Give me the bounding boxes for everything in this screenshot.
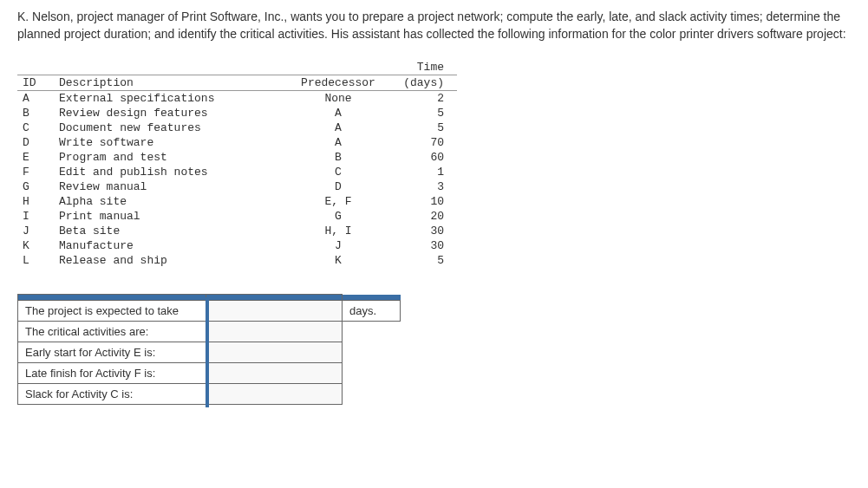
cell-time: 30 [387, 238, 457, 253]
cell-id: F [17, 165, 54, 179]
answer-table: The project is expected to take days. Th… [17, 294, 401, 405]
cell-desc: Release and ship [54, 253, 290, 268]
cell-time: 70 [387, 135, 457, 150]
id-header: ID [17, 75, 54, 91]
table-row: L Release and ship K 5 [17, 253, 457, 268]
answer-label: The critical activities are: [18, 322, 206, 342]
answer-label: Early start for Activity E is: [18, 342, 206, 363]
answer-label: Slack for Activity C is: [18, 384, 206, 405]
answer-input[interactable] [206, 301, 343, 322]
cell-id: J [17, 224, 54, 238]
cell-id: I [17, 209, 54, 224]
cell-time: 5 [387, 106, 457, 120]
table-row: A External specifications None 2 [17, 91, 457, 107]
cell-id: H [17, 194, 54, 209]
cell-pred: E, F [290, 194, 387, 209]
cell-id: D [17, 135, 54, 150]
cell-desc: Review manual [54, 179, 290, 194]
cell-time: 10 [387, 194, 457, 209]
cell-time: 60 [387, 150, 457, 165]
cell-pred: A [290, 106, 387, 120]
cell-pred: C [290, 165, 387, 179]
description-header: Description [54, 75, 290, 91]
answer-row: Slack for Activity C is: [18, 384, 401, 405]
table-row: E Program and test B 60 [17, 150, 457, 165]
cell-desc: Manufacture [54, 238, 290, 253]
cell-pred: B [290, 150, 387, 165]
cell-time: 2 [387, 91, 457, 107]
cell-time: 20 [387, 209, 457, 224]
cell-desc: Beta site [54, 224, 290, 238]
table-row: K Manufacture J 30 [17, 238, 457, 253]
cell-time: 3 [387, 179, 457, 194]
cell-desc: Print manual [54, 209, 290, 224]
answer-row: The project is expected to take days. [18, 301, 401, 322]
answer-row: The critical activities are: [18, 322, 401, 342]
cell-id: B [17, 106, 54, 120]
table-row: I Print manual G 20 [17, 209, 457, 224]
table-row: B Review design features A 5 [17, 106, 457, 120]
cell-pred: J [290, 238, 387, 253]
cell-time: 1 [387, 165, 457, 179]
cell-id: L [17, 253, 54, 268]
cell-desc: Document new features [54, 120, 290, 135]
cell-time: 5 [387, 253, 457, 268]
answer-input[interactable] [206, 363, 343, 384]
time-header-top: Time [387, 60, 457, 75]
activity-table: Time ID Description Predecessor (days) A… [17, 60, 457, 268]
cell-desc: External specifications [54, 91, 290, 107]
answer-label: The project is expected to take [18, 301, 206, 322]
answer-row: Early start for Activity E is: [18, 342, 401, 363]
cell-pred: G [290, 209, 387, 224]
cell-id: C [17, 120, 54, 135]
cell-pred: H, I [290, 224, 387, 238]
cell-id: A [17, 91, 54, 107]
table-row: C Document new features A 5 [17, 120, 457, 135]
cell-pred: A [290, 120, 387, 135]
cell-pred: None [290, 91, 387, 107]
cell-desc: Review design features [54, 106, 290, 120]
answer-row: Late finish for Activity F is: [18, 363, 401, 384]
answer-input[interactable] [206, 322, 343, 342]
cell-pred: D [290, 179, 387, 194]
cell-desc: Edit and publish notes [54, 165, 290, 179]
cell-pred: K [290, 253, 387, 268]
answer-unit: days. [343, 301, 401, 322]
cell-id: K [17, 238, 54, 253]
cell-desc: Write software [54, 135, 290, 150]
predecessor-header: Predecessor [290, 75, 387, 91]
cell-desc: Alpha site [54, 194, 290, 209]
cell-id: G [17, 179, 54, 194]
table-row: G Review manual D 3 [17, 179, 457, 194]
cell-id: E [17, 150, 54, 165]
time-header-bottom: (days) [387, 75, 457, 91]
cell-time: 5 [387, 120, 457, 135]
table-row: H Alpha site E, F 10 [17, 194, 457, 209]
table-row: J Beta site H, I 30 [17, 224, 457, 238]
problem-intro: K. Nelson, project manager of Print Soft… [17, 9, 851, 42]
cell-pred: A [290, 135, 387, 150]
answer-input[interactable] [206, 384, 343, 405]
answer-input[interactable] [206, 342, 343, 363]
answer-label: Late finish for Activity F is: [18, 363, 206, 384]
cell-time: 30 [387, 224, 457, 238]
table-row: F Edit and publish notes C 1 [17, 165, 457, 179]
table-row: D Write software A 70 [17, 135, 457, 150]
cell-desc: Program and test [54, 150, 290, 165]
